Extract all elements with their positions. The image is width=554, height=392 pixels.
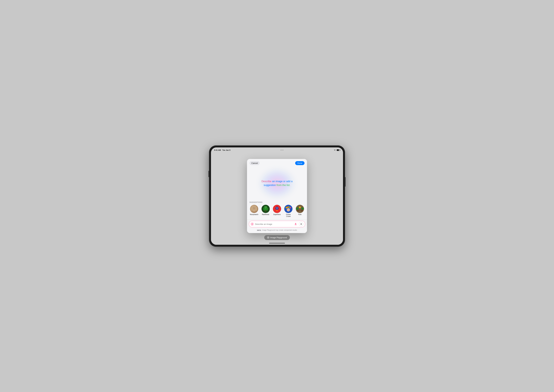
svg-point-43 — [295, 223, 296, 224]
svg-point-18 — [277, 208, 278, 208]
status-center-dots — [281, 150, 283, 150]
svg-rect-33 — [297, 210, 302, 210]
suggestion-avatar-park — [296, 205, 304, 213]
image-playground-modal: Cancel Done Describe an image or add a s… — [247, 159, 307, 233]
suggestion-rainforest[interactable]: Rainforest — [261, 205, 270, 217]
svg-point-29 — [287, 208, 290, 211]
suggestion-name-nonprawich: Nonprawich — [250, 214, 258, 216]
svg-point-28 — [290, 207, 291, 208]
suggestion-name-park: Park — [298, 214, 301, 216]
svg-point-39 — [301, 207, 304, 210]
battery-icon — [337, 149, 340, 151]
suggestion-name-rainforest: Rainforest — [262, 214, 269, 216]
image-playground-button[interactable]: Image Playground — [264, 235, 290, 240]
describe-prompt-text: Describe an image or add a suggestion fr… — [257, 180, 297, 187]
suggestion-park[interactable]: Park — [295, 205, 305, 217]
beta-notice: BETAImage Playground may create unexpect… — [247, 228, 307, 233]
suggestions-row: Nonprawich — [249, 205, 305, 217]
screen: 9:41 AM Tue Jan 9 — [211, 147, 343, 245]
dot-3 — [283, 150, 283, 150]
suggestions-label: SUGGESTIONS — [249, 202, 305, 203]
suggestion-nonprawich[interactable]: Nonprawich — [249, 205, 259, 217]
describe-image-input[interactable] — [255, 223, 292, 225]
done-button[interactable]: Done — [295, 161, 305, 165]
status-time: 9:41 AM Tue Jan 9 — [214, 149, 230, 151]
person-icon-button[interactable] — [294, 222, 298, 226]
svg-point-31 — [289, 209, 289, 210]
rainforest-avatar-svg — [262, 205, 270, 213]
suggestion-avatar-rainforest — [262, 205, 270, 213]
svg-point-24 — [287, 207, 288, 208]
side-button-left — [208, 171, 209, 177]
svg-point-25 — [289, 207, 290, 208]
bottom-bar: Image Playground — [264, 235, 290, 240]
playground-input-icon — [251, 223, 254, 226]
dot-2 — [282, 150, 282, 150]
person-icon-svg — [294, 223, 297, 225]
superhero-avatar-svg — [273, 205, 281, 213]
suggestions-section: SUGGESTIONS — [247, 202, 307, 219]
home-indicator — [269, 243, 285, 244]
svg-point-37 — [296, 207, 299, 210]
plus-button[interactable] — [299, 222, 303, 226]
svg-rect-34 — [298, 210, 298, 211]
svg-point-26 — [286, 207, 287, 208]
modal-header: Cancel Done — [247, 159, 307, 165]
wifi-icon — [334, 149, 336, 151]
dot-1 — [281, 150, 281, 150]
cancel-button[interactable]: Cancel — [249, 161, 260, 165]
suggestion-superhero[interactable]: Superhero — [272, 205, 282, 217]
svg-point-5 — [254, 208, 255, 208]
status-right-icons — [334, 149, 340, 151]
svg-point-17 — [276, 208, 277, 208]
modal-overlay: Cancel Done Describe an image or add a s… — [211, 147, 343, 245]
suggestion-avatar-superhero — [273, 205, 281, 213]
side-button-right — [345, 177, 346, 187]
canvas-area: Describe an image or add a suggestion fr… — [247, 165, 307, 202]
flower-crown-avatar-svg — [284, 205, 292, 213]
image-playground-btn-icon — [267, 236, 269, 238]
status-bar: 9:41 AM Tue Jan 9 — [211, 147, 343, 152]
svg-point-30 — [288, 209, 288, 210]
suggestion-name-superhero: Superhero — [273, 214, 281, 216]
input-row — [249, 221, 305, 227]
svg-point-6 — [252, 210, 256, 212]
svg-point-27 — [288, 207, 289, 207]
suggestion-avatar-person — [250, 205, 258, 213]
svg-point-47 — [268, 237, 269, 238]
beta-notice-text: Image Playground may create unexpected r… — [262, 229, 297, 231]
plus-icon — [300, 223, 302, 225]
suggestion-flower-crown[interactable]: Flower Crown — [284, 205, 293, 217]
svg-point-42 — [252, 224, 253, 224]
park-avatar-svg — [296, 205, 304, 213]
input-area — [247, 219, 307, 228]
svg-point-40 — [299, 207, 301, 208]
svg-rect-35 — [301, 210, 302, 211]
person-avatar-svg — [251, 206, 257, 212]
svg-rect-12 — [265, 210, 266, 212]
suggestion-avatar-flower — [284, 205, 292, 213]
beta-badge: BETA — [257, 229, 262, 231]
ipad-frame: 9:41 AM Tue Jan 9 — [209, 146, 345, 247]
svg-point-4 — [253, 208, 254, 208]
suggestion-name-flower-crown: Flower Crown — [284, 214, 293, 217]
